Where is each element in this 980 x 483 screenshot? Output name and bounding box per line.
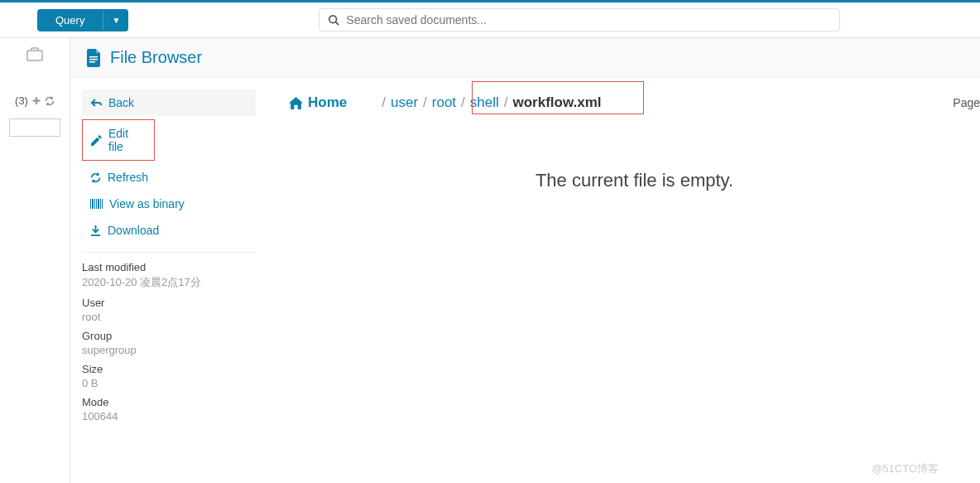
navbar: Query ▼ bbox=[0, 2, 980, 38]
query-label[interactable]: Query bbox=[37, 9, 103, 31]
assist-panel: (3) ✚ bbox=[0, 38, 70, 483]
edit-file-action[interactable]: Edit file bbox=[82, 119, 155, 161]
breadcrumb-sep: / bbox=[504, 94, 508, 111]
file-area: Home / user / root / shell / workflow.xm… bbox=[256, 89, 980, 483]
query-button[interactable]: Query ▼ bbox=[37, 9, 128, 31]
search-box[interactable] bbox=[319, 8, 840, 31]
search-icon bbox=[328, 14, 339, 26]
title-bar: File Browser bbox=[70, 38, 980, 78]
download-icon bbox=[90, 225, 101, 236]
refresh-action[interactable]: Refresh bbox=[82, 164, 256, 191]
last-modified-label: Last modified bbox=[82, 261, 256, 273]
pencil-icon bbox=[91, 135, 102, 146]
breadcrumb-shell[interactable]: shell bbox=[470, 94, 499, 111]
group-value: supergroup bbox=[82, 344, 256, 356]
documents-count-row: (3) ✚ bbox=[15, 94, 55, 107]
mode-value: 100644 bbox=[82, 410, 256, 423]
svg-rect-13 bbox=[91, 234, 100, 236]
svg-rect-6 bbox=[90, 199, 91, 209]
back-label: Back bbox=[108, 96, 134, 109]
svg-rect-5 bbox=[89, 61, 95, 63]
size-label: Size bbox=[82, 363, 256, 375]
file-icon bbox=[87, 49, 102, 67]
search-container bbox=[319, 8, 840, 31]
binary-label: View as binary bbox=[109, 197, 185, 210]
back-action[interactable]: Back bbox=[82, 89, 256, 116]
download-label: Download bbox=[108, 224, 159, 237]
user-value: root bbox=[82, 311, 256, 323]
breadcrumb: Home / user / root / shell / workflow.xm… bbox=[289, 89, 980, 124]
breadcrumb-current: workflow.xml bbox=[513, 94, 602, 111]
home-icon bbox=[289, 97, 303, 109]
svg-rect-3 bbox=[89, 56, 98, 58]
svg-rect-2 bbox=[27, 51, 42, 60]
breadcrumb-sep: / bbox=[461, 94, 465, 111]
content: Back Edit file Refresh bbox=[70, 78, 980, 483]
breadcrumb-root[interactable]: root bbox=[432, 94, 456, 111]
last-modified-value: 2020-10-20 凌晨2点17分 bbox=[82, 275, 256, 290]
search-input[interactable] bbox=[346, 13, 831, 27]
add-doc-icon[interactable]: ✚ bbox=[32, 95, 41, 107]
breadcrumb-home[interactable]: Home bbox=[289, 94, 347, 111]
refresh-label: Refresh bbox=[108, 171, 148, 184]
file-metadata: Last modified 2020-10-20 凌晨2点17分 User ro… bbox=[82, 261, 256, 423]
svg-rect-8 bbox=[94, 199, 95, 209]
breadcrumb-user[interactable]: user bbox=[391, 94, 418, 111]
svg-rect-11 bbox=[100, 199, 101, 209]
svg-rect-10 bbox=[98, 199, 99, 209]
back-icon bbox=[90, 98, 102, 108]
svg-point-0 bbox=[329, 16, 337, 23]
query-dropdown-toggle[interactable]: ▼ bbox=[103, 11, 128, 30]
refresh-icon bbox=[90, 172, 101, 183]
empty-file-message: The current file is empty. bbox=[289, 170, 980, 191]
edit-label: Edit file bbox=[108, 127, 146, 153]
page-label: Page bbox=[953, 96, 980, 109]
barcode-icon bbox=[90, 199, 103, 209]
main-area: File Browser Back Edit file bbox=[70, 38, 980, 483]
size-value: 0 B bbox=[82, 377, 256, 389]
mode-label: Mode bbox=[82, 396, 256, 408]
svg-line-1 bbox=[336, 22, 339, 26]
side-panel: Back Edit file Refresh bbox=[82, 89, 256, 483]
page-title: File Browser bbox=[110, 48, 202, 67]
view-binary-action[interactable]: View as binary bbox=[82, 191, 256, 217]
briefcase-icon[interactable] bbox=[26, 46, 43, 61]
divider bbox=[82, 252, 256, 253]
download-action[interactable]: Download bbox=[82, 217, 256, 244]
user-label: User bbox=[82, 297, 256, 309]
breadcrumb-sep: / bbox=[382, 94, 386, 111]
svg-rect-7 bbox=[92, 199, 94, 209]
layout: (3) ✚ File Browser Back bbox=[0, 38, 980, 483]
svg-rect-4 bbox=[89, 59, 98, 60]
group-label: Group bbox=[82, 330, 256, 342]
svg-rect-9 bbox=[96, 199, 97, 209]
breadcrumb-sep: / bbox=[423, 94, 427, 111]
doc-filter-input[interactable] bbox=[9, 118, 60, 137]
doc-count: (3) bbox=[15, 94, 28, 107]
refresh-docs-icon[interactable] bbox=[45, 96, 55, 106]
svg-rect-12 bbox=[102, 199, 103, 209]
